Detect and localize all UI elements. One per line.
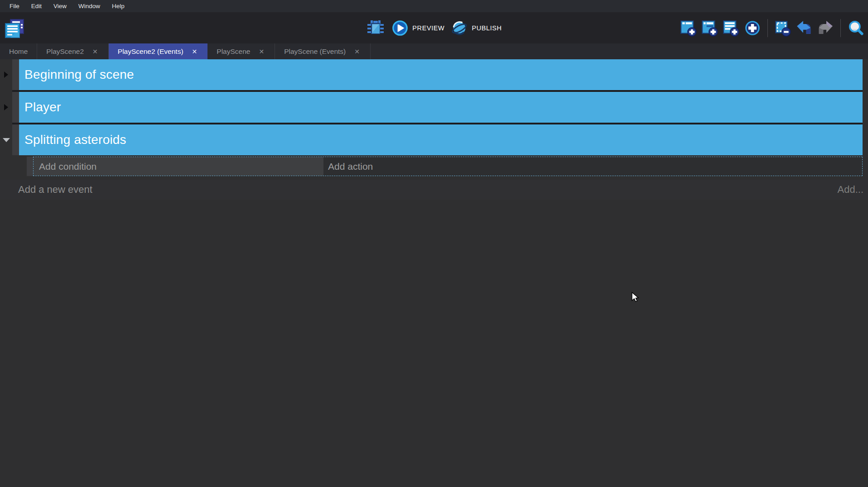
event-gutter[interactable] [12,59,19,90]
toolbar-right-group [680,12,864,43]
selected-event-box: Add condition Add action [33,157,863,176]
event-group-row: Beginning of scene [0,59,868,90]
event-group-title: Player [24,100,61,115]
event-group-title: Splitting asteroids [24,133,126,147]
add-event-icon[interactable] [680,19,697,37]
menu-edit[interactable]: Edit [25,0,48,12]
chevron-right-icon [4,104,8,110]
tab-playscene-events[interactable]: PlayScene (Events) ✕ [275,43,371,59]
event-group-bar[interactable]: Splitting asteroids [19,124,863,155]
event-group-title: Beginning of scene [24,67,134,82]
tab-label: Home [9,48,28,56]
publish-button[interactable]: PUBLISH [451,19,502,37]
add-new-event-label: Add a new event [18,184,92,196]
tab-close-icon[interactable]: ✕ [191,48,199,56]
tab-label: PlayScene2 [46,48,84,56]
event-group-bar[interactable]: Beginning of scene [19,59,863,90]
tab-label: PlayScene (Events) [284,48,346,56]
events-sheet: Beginning of scene Player Splitting aste… [0,59,868,487]
add-comment-icon[interactable] [723,19,740,37]
event-gutter[interactable] [12,92,19,123]
preview-play-icon [391,19,409,37]
publish-globe-icon [451,19,468,37]
tab-home[interactable]: Home [0,43,37,59]
collapse-toggle[interactable] [0,92,12,123]
chevron-down-icon [3,138,10,142]
tab-close-icon[interactable]: ✕ [91,48,99,56]
search-icon[interactable] [847,19,864,37]
tab-close-icon[interactable]: ✕ [257,48,265,56]
tab-label: PlayScene [217,48,250,56]
add-subevent-icon[interactable] [701,19,719,37]
add-action-button[interactable]: Add action [323,157,862,176]
add-condition-button[interactable]: Add condition [34,157,323,176]
collapse-toggle[interactable] [0,124,12,155]
event-gutter[interactable] [27,157,33,176]
add-circle-icon[interactable] [744,19,761,37]
empty-event-row: Add condition Add action [0,157,868,176]
menu-window[interactable]: Window [72,0,106,12]
preview-button[interactable]: PREVIEW [391,19,444,37]
delete-selection-icon[interactable] [774,19,791,37]
mouse-cursor [632,292,641,304]
debugger-icon[interactable] [366,19,385,38]
tab-playscene2-events[interactable]: PlayScene2 (Events) ✕ [109,43,207,59]
toolbar-separator [767,19,768,37]
add-condition-label: Add condition [39,161,96,172]
tab-playscene2[interactable]: PlayScene2 ✕ [37,43,108,59]
publish-label: PUBLISH [472,24,502,32]
menu-file[interactable]: File [4,0,25,12]
redo-icon[interactable] [817,19,834,37]
tab-close-icon[interactable]: ✕ [353,48,361,56]
tab-playscene[interactable]: PlayScene ✕ [207,43,275,59]
tab-label: PlayScene2 (Events) [118,48,183,56]
chevron-right-icon [4,72,8,78]
add-new-event-row[interactable]: Add a new event Add... [0,180,868,200]
preview-label: PREVIEW [412,24,444,32]
event-gutter[interactable] [12,124,19,155]
event-group-row: Splitting asteroids [0,124,868,155]
toolbar-separator [840,19,841,37]
menu-help[interactable]: Help [106,0,130,12]
main-toolbar: PREVIEW PUBLISH [0,12,868,43]
tab-bar: Home PlayScene2 ✕ PlayScene2 (Events) ✕ … [0,43,868,59]
collapse-toggle[interactable] [0,59,12,90]
menu-bar: File Edit View Window Help [0,0,868,12]
menu-view[interactable]: View [48,0,72,12]
add-action-label: Add action [328,161,373,172]
undo-icon[interactable] [796,19,813,37]
add-button[interactable]: Add... [838,184,863,196]
event-group-row: Player [0,92,868,123]
event-group-bar[interactable]: Player [19,92,863,123]
